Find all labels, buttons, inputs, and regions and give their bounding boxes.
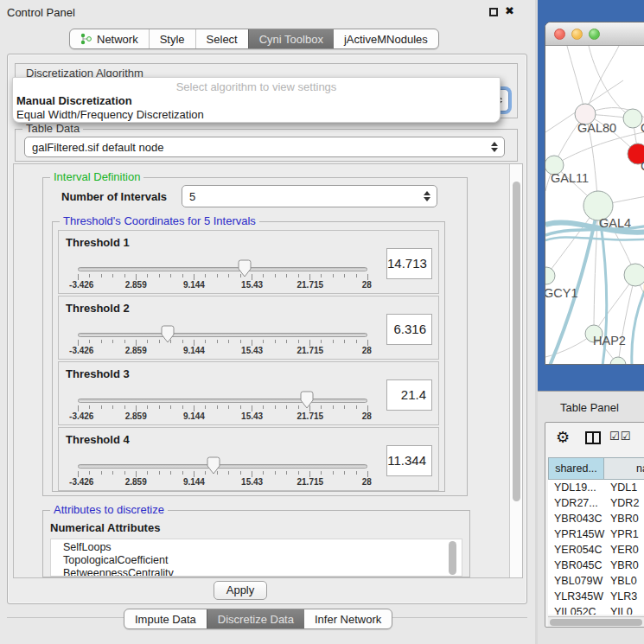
list-item[interactable]: BetweennessCentrality: [63, 567, 462, 577]
slider-track[interactable]: [78, 267, 367, 271]
list-item[interactable]: SelfLoops: [63, 541, 462, 554]
interval-definition-group: Interval Definition Number of Intervals …: [42, 177, 468, 496]
tab-cyni-toolbox[interactable]: Cyni Toolbox: [248, 29, 334, 48]
threshold-2-panel: Threshold 2 -3.426 2.859 9.144 15.43: [58, 296, 439, 360]
tab-style[interactable]: Style: [149, 29, 195, 48]
threshold-label: Threshold 3: [66, 367, 130, 380]
number-of-intervals-value: 5: [189, 190, 195, 203]
node-gcy1: [545, 267, 555, 284]
slider-tick-labels: -3.426 2.859 9.144 15.43 21.715 28: [78, 477, 368, 488]
control-panel-window: Control Panel ✖ Network Style Select Cyn…: [0, 0, 535, 644]
column-checkbox-icons[interactable]: ☑☑: [609, 430, 631, 443]
tab-network-label: Network: [97, 33, 138, 46]
table-row[interactable]: YBR043CYBR0: [548, 511, 644, 526]
gear-icon[interactable]: ⚙: [556, 428, 570, 447]
dropdown-option-manual[interactable]: Manual Discretization: [13, 94, 500, 108]
slider-major-ticks: [78, 471, 368, 477]
tab-discretize-data[interactable]: Discretize Data: [207, 609, 304, 628]
numerical-attributes-list: SelfLoops TopologicalCoefficient Between…: [50, 539, 462, 577]
list-item[interactable]: TopologicalCoefficient: [63, 554, 462, 567]
network-tab-icon: [80, 33, 92, 45]
table-header-row: shared... na: [548, 457, 644, 480]
horizontal-scrollbar[interactable]: [548, 616, 644, 627]
threshold-4-value-field[interactable]: 11.344: [386, 445, 432, 476]
slider-tick-labels: -3.426 2.859 9.144 15.43 21.715 28: [78, 411, 368, 422]
threshold-3-value-field[interactable]: 21.4: [386, 379, 432, 411]
table-row[interactable]: YIL052CYIL0: [548, 604, 644, 615]
dropdown-option-equal-width[interactable]: Equal Width/Frequency Discretization: [13, 108, 500, 122]
slider-tick-labels: -3.426 2.859 9.144 15.43 21.715 28: [78, 280, 368, 290]
list-scrollbar-thumb[interactable]: [449, 541, 456, 575]
slider-tick-labels: -3.426 2.859 9.144 15.43 21.715 28: [78, 346, 368, 356]
tab-impute-data[interactable]: Impute Data: [124, 609, 207, 628]
threshold-coordinates-group: Threshold's Coordinates for 5 Intervals …: [52, 221, 445, 492]
slider-major-ticks: [78, 274, 368, 280]
scrollbar-track[interactable]: [509, 164, 522, 577]
apply-button[interactable]: Apply: [214, 581, 267, 600]
table-body: YDL19...YDL1 YDR27...YDR2 YBR043CYBR0 YP…: [548, 480, 644, 615]
tab-network[interactable]: Network: [70, 29, 149, 48]
checkbox-icon[interactable]: ☑: [609, 430, 621, 443]
tab-infer-network[interactable]: Infer Network: [304, 609, 392, 628]
group-title: Interval Definition: [50, 170, 143, 183]
threshold-4-panel: Threshold 4 -3.426 2.859 9.144 15.43: [58, 427, 439, 491]
table-panel: Table Panel ⚙ ☑☑ shared... na YDL19...YD…: [538, 391, 644, 644]
horizontal-scrollbar-thumb[interactable]: [550, 619, 642, 626]
settings-scrollpane: Interval Definition Number of Intervals …: [13, 163, 523, 578]
threshold-2-value-field[interactable]: 6.316: [386, 314, 432, 345]
network-view-window: GAL80 GA C GAL11 GAL4 GCY1 H HAP2: [545, 22, 644, 365]
window-title: Control Panel: [7, 6, 75, 19]
number-of-intervals-combobox[interactable]: 5: [182, 185, 437, 207]
slider-track[interactable]: [78, 399, 367, 403]
algorithm-dropdown-popup: Select algorithm to view settings Manual…: [12, 77, 501, 123]
node-right-top: [623, 109, 642, 128]
number-of-intervals-label: Number of Intervals: [61, 190, 167, 203]
threshold-1-slider[interactable]: [78, 267, 367, 271]
threshold-label: Threshold 1: [66, 236, 130, 249]
table-row[interactable]: YDR27...YDR2: [548, 495, 644, 511]
table-row[interactable]: YLR345WYLR3: [548, 589, 644, 604]
threshold-1-value-field[interactable]: 14.713: [386, 248, 432, 279]
threshold-2-slider[interactable]: [78, 333, 367, 337]
attributes-group: Attributes to discretize Numerical Attri…: [42, 510, 470, 577]
combo-arrows-icon: [491, 142, 498, 152]
table-row[interactable]: YPR145WYPR1: [548, 526, 644, 542]
table-row[interactable]: YBR045CYBR0: [548, 558, 644, 573]
checkbox-icon[interactable]: ☑: [621, 430, 632, 443]
group-title: Threshold's Coordinates for 5 Intervals: [60, 214, 259, 227]
float-window-icon[interactable]: [489, 8, 498, 16]
numerical-attributes-label: Numerical Attributes: [50, 521, 160, 534]
zoom-traffic-light-icon[interactable]: [589, 29, 600, 40]
dropdown-hint: Select algorithm to view settings: [13, 80, 500, 94]
node-table-card: ⚙ ☑☑ shared... na YDL19...YDL1 YDR27...Y…: [545, 422, 644, 628]
tab-jactivemnodules[interactable]: jActiveMNodules: [334, 29, 438, 48]
table-row[interactable]: YDL19...YDL1: [548, 480, 644, 495]
table-data-group: Table Data galFiltered.sif default node: [15, 129, 518, 162]
close-traffic-light-icon[interactable]: [554, 29, 565, 40]
slider-major-ticks: [78, 340, 368, 346]
close-icon[interactable]: ✖: [505, 4, 514, 17]
tab-select[interactable]: Select: [195, 29, 248, 48]
network-window-titlebar[interactable]: [545, 22, 644, 46]
svg-text:C: C: [641, 159, 644, 173]
network-canvas[interactable]: GAL80 GA C GAL11 GAL4 GCY1 H HAP2: [545, 46, 644, 365]
scrollbar-thumb[interactable]: [513, 182, 520, 501]
cyni-mode-tabs: Impute Data Discretize Data Infer Networ…: [124, 609, 392, 629]
minimize-traffic-light-icon[interactable]: [571, 29, 583, 40]
svg-text:GAL11: GAL11: [551, 171, 589, 185]
threshold-4-slider[interactable]: [78, 464, 367, 469]
table-row[interactable]: YER054CYER0: [548, 542, 644, 558]
slider-track[interactable]: [78, 333, 367, 337]
cyni-toolbox-panel: Discretization Algorithm Select algorith…: [7, 54, 527, 604]
table-data-combobox[interactable]: galFiltered.sif default node: [24, 137, 505, 157]
threshold-3-slider[interactable]: [78, 399, 367, 403]
table-row[interactable]: YBL079WYBL0: [548, 573, 644, 589]
svg-text:GA: GA: [641, 121, 644, 135]
column-header-name[interactable]: na: [604, 457, 644, 480]
threshold-label: Threshold 4: [66, 433, 130, 446]
slider-track[interactable]: [78, 464, 367, 469]
node-right-low: [624, 264, 644, 286]
combo-arrows-icon: [424, 191, 430, 201]
column-header-shared[interactable]: shared...: [548, 457, 604, 480]
split-view-icon[interactable]: [585, 431, 601, 444]
